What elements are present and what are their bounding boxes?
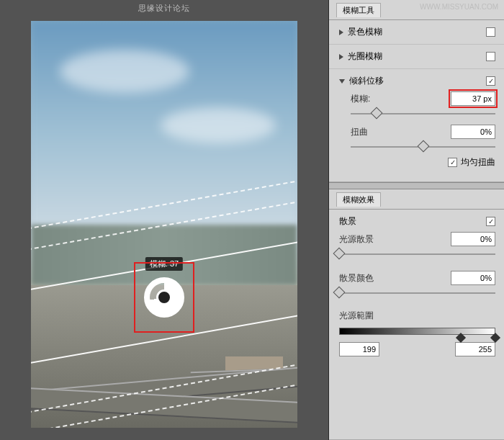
light-bokeh-value[interactable]: 0%: [451, 232, 495, 246]
slider-thumb[interactable]: [333, 287, 346, 299]
slider-thumb[interactable]: [333, 248, 346, 260]
section-label: 景色模糊: [348, 26, 382, 38]
section-bokeh: 散景 ✓ 光源散景 0% 散景颜色 0% 光源範圍: [329, 210, 504, 362]
section-tilt-shift[interactable]: 倾斜位移 ✓ 模糊: 37 px 扭曲 0% ✓ 均匀扭曲: [329, 69, 504, 181]
light-range-label: 光源範圍: [339, 310, 397, 322]
checkbox-tilt-shift[interactable]: ✓: [486, 76, 495, 86]
bokeh-label: 散景: [339, 215, 356, 228]
tab-label: 模糊效果: [336, 192, 381, 207]
panel-tab-blur-tools[interactable]: 模糊工具: [329, 0, 504, 20]
tab-label: 模糊工具: [336, 3, 381, 17]
light-bokeh-slider[interactable]: [339, 248, 495, 261]
watermark-center: 思缘设计论坛: [0, 3, 328, 14]
slider-thumb[interactable]: [417, 140, 429, 153]
section-label: 倾斜位移: [349, 75, 384, 87]
chevron-right-icon: [339, 54, 343, 60]
checkbox-field-blur[interactable]: [486, 27, 495, 37]
section-iris-blur[interactable]: 光圈模糊: [329, 45, 504, 69]
range-gradient: [339, 328, 495, 335]
right-panels: WWW.MISSYUAN.COM 模糊工具 景色模糊 光圈模糊 倾斜位移 ✓: [328, 0, 504, 440]
panel-divider[interactable]: [329, 182, 504, 189]
document-image[interactable]: 模糊: 37: [31, 21, 297, 428]
range-low-input[interactable]: 199: [339, 342, 379, 356]
blur-value-input[interactable]: 37 px: [451, 91, 495, 106]
bokeh-color-label: 散景颜色: [339, 272, 397, 284]
slider-track: [339, 292, 495, 294]
blur-slider[interactable]: [351, 107, 495, 120]
slider-track: [339, 253, 495, 255]
blur-tools-panel: 模糊工具 景色模糊 光圈模糊 倾斜位移 ✓ 模糊:: [329, 0, 504, 182]
bokeh-color-slider[interactable]: [339, 287, 495, 300]
light-range-slider[interactable]: [339, 325, 495, 339]
blur-pin-ring[interactable]: [144, 277, 184, 318]
blur-pin-center[interactable]: [156, 289, 172, 305]
panel-tab-blur-effects[interactable]: 模糊效果: [329, 189, 504, 210]
distort-slider[interactable]: [351, 140, 495, 153]
blur-label: 模糊:: [339, 93, 385, 105]
range-high-input[interactable]: 255: [455, 342, 495, 356]
chevron-down-icon: [339, 79, 345, 84]
bokeh-color-value[interactable]: 0%: [451, 271, 495, 285]
light-bokeh-label: 光源散景: [339, 233, 397, 246]
cloud: [161, 107, 276, 143]
checkbox-iris-blur[interactable]: [486, 52, 495, 61]
blur-pin[interactable]: [144, 277, 184, 318]
blur-effects-panel: 模糊效果 散景 ✓ 光源散景 0% 散景颜色 0%: [329, 189, 504, 440]
section-field-blur[interactable]: 景色模糊: [329, 20, 504, 45]
chevron-right-icon: [339, 30, 343, 35]
slider-thumb[interactable]: [371, 107, 383, 120]
distort-value-input[interactable]: 0%: [451, 125, 495, 139]
blur-pin-label: 模糊: 37: [145, 257, 183, 271]
cloud: [60, 50, 189, 93]
symmetric-distort-label: 均匀扭曲: [461, 156, 495, 169]
distort-label: 扭曲: [339, 126, 385, 138]
canvas-area[interactable]: 模糊: 37 思缘设计论坛: [0, 0, 328, 440]
city-skyline: [31, 225, 297, 286]
section-label: 光圈模糊: [348, 50, 382, 63]
checkbox-bokeh[interactable]: ✓: [486, 217, 495, 226]
checkbox-symmetric-distort[interactable]: ✓: [448, 158, 457, 167]
